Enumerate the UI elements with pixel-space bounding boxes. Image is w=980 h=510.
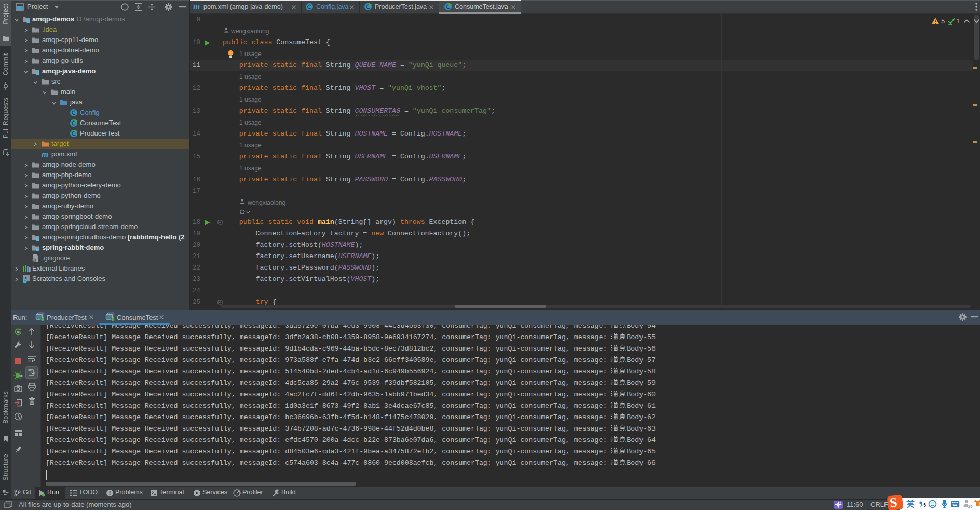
svg-text:m: m (193, 3, 200, 11)
svg-text:25: 25 (968, 504, 973, 508)
svg-text:m: m (42, 150, 48, 158)
